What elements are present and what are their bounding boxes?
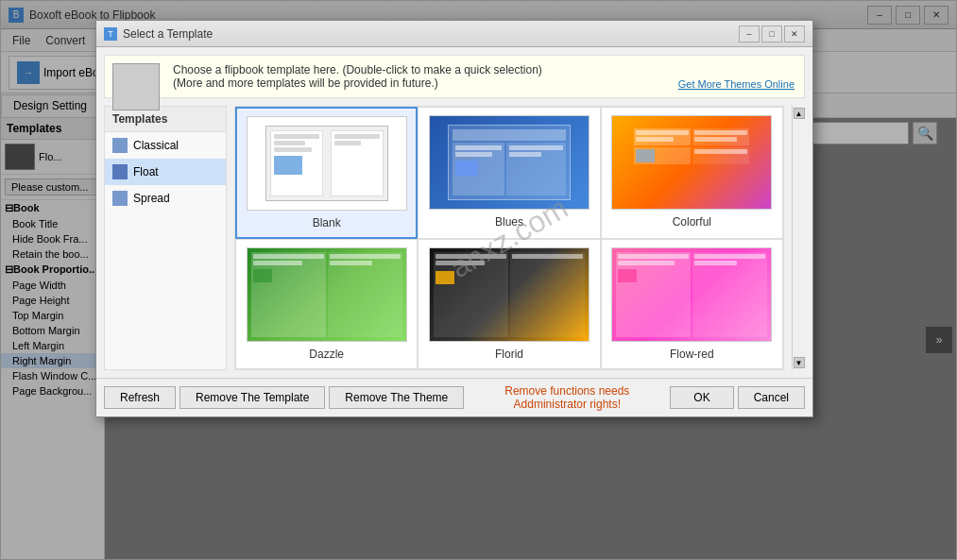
- template-colorful[interactable]: Colorful: [601, 107, 783, 239]
- spread-label: Spread: [133, 192, 170, 205]
- colorful-col2: [692, 128, 749, 145]
- template-grid-container[interactable]: Blank: [234, 106, 784, 370]
- florid-label: Florid: [495, 348, 523, 361]
- flowred-label: Flow-red: [670, 348, 714, 361]
- category-spread[interactable]: Spread: [105, 185, 226, 212]
- refresh-button[interactable]: Refresh: [104, 386, 176, 409]
- template-blues[interactable]: Blues: [418, 107, 600, 239]
- spread-icon: [112, 191, 128, 206]
- template-florid[interactable]: Florid: [418, 239, 600, 369]
- get-more-themes-link[interactable]: Get More Themes Online: [678, 78, 795, 90]
- dialog-controls: – □ ✕: [739, 25, 805, 42]
- thumb-dazzle: [247, 247, 407, 342]
- thumb-blank: [247, 116, 407, 211]
- float-icon: [112, 164, 128, 179]
- dialog-title-bar: T Select a Template – □ ✕: [96, 21, 812, 47]
- ok-button[interactable]: OK: [670, 386, 733, 409]
- florid-inner: [430, 248, 589, 341]
- flowred-right: [692, 252, 767, 337]
- classical-icon: [112, 138, 128, 153]
- scroll-up[interactable]: ▲: [794, 108, 805, 119]
- blues-inner: [448, 125, 571, 200]
- blank-inner: [265, 126, 388, 201]
- category-classical[interactable]: Classical: [105, 132, 226, 159]
- template-dazzle[interactable]: Dazzle: [235, 239, 418, 369]
- template-sidebar: Templates Classical Float Spread: [104, 106, 227, 370]
- scrollbar[interactable]: ▲ ▼: [792, 106, 805, 370]
- info-bar: Choose a flipbook template here. (Double…: [104, 55, 805, 98]
- dialog-maximize[interactable]: □: [761, 25, 782, 42]
- colorful-col1: [634, 128, 691, 145]
- thumb-florid: [429, 247, 590, 342]
- blank-page-right: [331, 130, 384, 196]
- app-window: B Boxoft eBook to Flipbook – □ ✕ File Co…: [0, 0, 957, 560]
- dazzle-label: Dazzle: [309, 348, 344, 361]
- dialog-bottom-bar: Refresh Remove The Template Remove The T…: [96, 378, 812, 416]
- florid-content: [434, 252, 585, 337]
- colorful-label: Colorful: [673, 215, 711, 229]
- cancel-button[interactable]: Cancel: [738, 386, 805, 409]
- dazzle-right: [328, 252, 402, 337]
- blues-left: [453, 143, 504, 195]
- classical-label: Classical: [133, 139, 179, 152]
- dialog-icon: T: [104, 27, 117, 41]
- blank-page-left: [270, 130, 323, 196]
- info-main-text: Choose a flipbook template here. (Double…: [173, 63, 795, 76]
- template-sidebar-header: Templates: [105, 107, 226, 132]
- dialog-body: Templates Classical Float Spread: [96, 106, 812, 378]
- colorful-inner: [630, 125, 753, 200]
- blues-header: [453, 129, 566, 141]
- category-float[interactable]: Float: [105, 159, 226, 185]
- remove-theme-button[interactable]: Remove The Theme: [329, 386, 464, 409]
- select-template-dialog: T Select a Template – □ ✕ Choose a flipb…: [95, 20, 813, 417]
- blues-content: [453, 143, 566, 195]
- colorful-top-row: [634, 128, 749, 145]
- warning-text: Remove functions needs Addministrator ri…: [468, 384, 666, 411]
- colorful-bottom-row: [634, 147, 749, 164]
- info-thumbnail: [112, 63, 160, 110]
- float-label: Float: [133, 165, 159, 178]
- modal-overlay: T Select a Template – □ ✕ Choose a flipb…: [1, 1, 956, 559]
- dialog-close[interactable]: ✕: [784, 25, 805, 42]
- colorful-col3: [634, 147, 691, 164]
- blank-label: Blank: [313, 216, 341, 229]
- dazzle-content: [251, 252, 402, 337]
- thumb-blues: [429, 115, 590, 210]
- template-grid: Blank: [235, 107, 783, 369]
- thumb-colorful: [611, 115, 772, 210]
- colorful-col4: [692, 147, 749, 164]
- template-blank[interactable]: Blank: [235, 107, 418, 239]
- thumb-flowred: [611, 247, 772, 342]
- florid-right: [510, 252, 585, 337]
- dialog-minimize[interactable]: –: [739, 25, 760, 42]
- blues-label: Blues: [495, 215, 523, 229]
- flowred-content: [616, 252, 767, 337]
- florid-left: [434, 252, 508, 337]
- remove-template-button[interactable]: Remove The Template: [179, 386, 325, 409]
- flowred-inner: [612, 248, 771, 341]
- dazzle-left: [251, 252, 326, 337]
- scroll-down[interactable]: ▼: [794, 357, 805, 368]
- template-flowred[interactable]: Flow-red: [601, 239, 783, 369]
- flowred-left: [616, 252, 691, 337]
- dazzle-inner: [248, 248, 406, 341]
- blues-right: [506, 143, 566, 195]
- dialog-title: Select a Template: [123, 27, 739, 41]
